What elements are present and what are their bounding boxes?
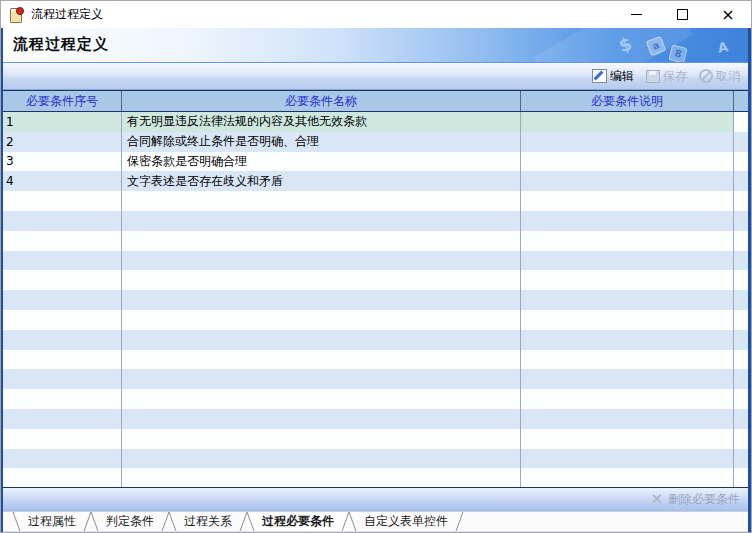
cancel-button[interactable]: 取消 bbox=[695, 66, 744, 87]
cancel-button-label: 取消 bbox=[716, 68, 740, 85]
cell-seq bbox=[3, 191, 122, 211]
table-row[interactable]: 3保密条款是否明确合理 bbox=[3, 152, 748, 172]
maximize-icon bbox=[677, 9, 688, 20]
letter-decor-icon: A bbox=[717, 39, 730, 56]
cell-name bbox=[122, 290, 521, 310]
cell-filler bbox=[734, 211, 748, 231]
cell-seq bbox=[3, 330, 122, 350]
table-row-empty bbox=[3, 191, 748, 211]
cell-seq[interactable]: 1 bbox=[3, 112, 122, 132]
close-icon: × bbox=[721, 7, 734, 23]
table-row-empty bbox=[3, 231, 748, 251]
table-row-empty bbox=[3, 449, 748, 469]
cell-filler bbox=[734, 449, 748, 469]
cell-desc bbox=[521, 468, 734, 487]
cell-desc bbox=[521, 429, 734, 449]
cell-filler bbox=[734, 132, 748, 152]
cell-name[interactable]: 合同解除或终止条件是否明确、合理 bbox=[122, 132, 521, 152]
table-row-empty bbox=[3, 409, 748, 429]
tab-4-selected[interactable]: 过程必要条件 bbox=[247, 512, 349, 531]
cell-desc bbox=[521, 350, 734, 370]
header-banner: 流程过程定义 $ a 8 A bbox=[3, 28, 748, 63]
cell-seq bbox=[3, 389, 122, 409]
header-seq[interactable]: 必要条件序号 bbox=[3, 91, 122, 111]
table-row-empty bbox=[3, 330, 748, 350]
tab-2[interactable]: 判定条件 bbox=[91, 512, 169, 531]
cell-desc bbox=[521, 191, 734, 211]
table-row-empty bbox=[3, 389, 748, 409]
table-row-empty bbox=[3, 290, 748, 310]
cell-desc[interactable] bbox=[521, 132, 734, 152]
cell-name[interactable]: 文字表述是否存在歧义和矛盾 bbox=[122, 171, 521, 191]
cell-filler bbox=[734, 429, 748, 449]
header-desc[interactable]: 必要条件说明 bbox=[521, 91, 734, 111]
save-button[interactable]: 保存 bbox=[642, 66, 691, 87]
cell-name bbox=[122, 389, 521, 409]
save-button-label: 保存 bbox=[663, 68, 687, 85]
cell-desc bbox=[521, 409, 734, 429]
window-title: 流程过程定义 bbox=[31, 6, 103, 23]
table-row-empty bbox=[3, 350, 748, 370]
app-icon-dot bbox=[16, 7, 24, 15]
cell-seq bbox=[3, 350, 122, 370]
cell-desc[interactable] bbox=[521, 112, 734, 132]
cell-desc bbox=[521, 211, 734, 231]
cell-name[interactable]: 有无明显违反法律法规的内容及其他无效条款 bbox=[122, 112, 521, 132]
cell-filler bbox=[734, 251, 748, 271]
cell-seq bbox=[3, 429, 122, 449]
app-window: 流程过程定义 × 流程过程定义 $ a 8 A 编辑 bbox=[0, 0, 752, 533]
delete-condition-button[interactable]: ✕ 删除必要条件 bbox=[650, 491, 740, 508]
window-body: 流程过程定义 $ a 8 A 编辑 保存 取消 必要条件序号 bbox=[1, 28, 751, 533]
cell-name bbox=[122, 211, 521, 231]
cell-name bbox=[122, 350, 521, 370]
table-row-empty bbox=[3, 468, 748, 487]
header-filler bbox=[734, 91, 748, 111]
edit-pencil-icon bbox=[592, 69, 607, 83]
cell-seq[interactable]: 4 bbox=[3, 171, 122, 191]
header-name[interactable]: 必要条件名称 bbox=[122, 91, 521, 111]
table-row-empty bbox=[3, 310, 748, 330]
cell-filler bbox=[734, 112, 748, 132]
table-row-empty bbox=[3, 429, 748, 449]
window-controls: × bbox=[613, 1, 751, 28]
delete-x-icon: ✕ bbox=[650, 492, 663, 507]
table-row[interactable]: 2合同解除或终止条件是否明确、合理 bbox=[3, 132, 748, 152]
cell-name[interactable]: 保密条款是否明确合理 bbox=[122, 152, 521, 172]
cell-name bbox=[122, 449, 521, 469]
cell-desc[interactable] bbox=[521, 171, 734, 191]
tab-5[interactable]: 自定义表单控件 bbox=[349, 512, 463, 531]
tab-1[interactable]: 过程属性 bbox=[13, 512, 91, 531]
cell-seq[interactable]: 3 bbox=[3, 152, 122, 172]
close-button[interactable]: × bbox=[705, 1, 751, 28]
tab-3[interactable]: 过程关系 bbox=[169, 512, 247, 531]
maximize-button[interactable] bbox=[659, 1, 705, 28]
cell-filler bbox=[734, 330, 748, 350]
cell-seq bbox=[3, 290, 122, 310]
cell-filler bbox=[734, 468, 748, 487]
cell-desc bbox=[521, 330, 734, 350]
cell-desc bbox=[521, 290, 734, 310]
minimize-button[interactable] bbox=[613, 1, 659, 28]
cell-filler bbox=[734, 191, 748, 211]
cell-desc[interactable] bbox=[521, 152, 734, 172]
edit-button[interactable]: 编辑 bbox=[588, 66, 638, 87]
cell-seq bbox=[3, 251, 122, 271]
cell-seq bbox=[3, 231, 122, 251]
cell-desc bbox=[521, 251, 734, 271]
cell-name bbox=[122, 429, 521, 449]
table-row[interactable]: 4文字表述是否存在歧义和矛盾 bbox=[3, 171, 748, 191]
app-icon-fold bbox=[11, 9, 15, 12]
app-icon bbox=[9, 7, 25, 23]
cell-filler bbox=[734, 350, 748, 370]
cell-seq[interactable]: 2 bbox=[3, 132, 122, 152]
cell-desc bbox=[521, 389, 734, 409]
table-row[interactable]: 1有无明显违反法律法规的内容及其他无效条款 bbox=[3, 112, 748, 132]
cell-filler bbox=[734, 310, 748, 330]
cell-name bbox=[122, 251, 521, 271]
delete-button-label: 删除必要条件 bbox=[668, 491, 740, 508]
cell-filler bbox=[734, 290, 748, 310]
cell-filler bbox=[734, 270, 748, 290]
cell-name bbox=[122, 270, 521, 290]
cell-seq bbox=[3, 270, 122, 290]
cell-name bbox=[122, 468, 521, 487]
